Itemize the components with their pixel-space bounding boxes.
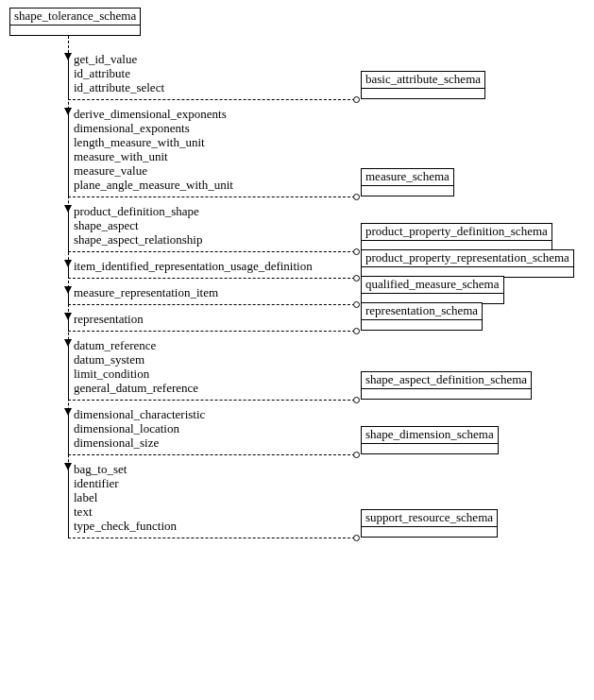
imported-item: length_measure_with_unit [74,136,233,150]
imported-item: measure_with_unit [74,150,233,164]
imported-item: dimensional_exponents [74,122,233,136]
target-schema-title: product_property_definition_schema [362,224,552,241]
connector-endpoint-circle [353,328,360,334]
connector-endpoint-circle [353,301,360,308]
target-schema-title: shape_dimension_schema [362,427,498,444]
imported-items-list: get_id_valueid_attributeid_attribute_sel… [74,53,164,95]
target-schema-title: basic_attribute_schema [362,72,484,89]
imported-item: type_check_function [74,520,177,534]
target-schema-box: product_property_definition_schema [361,223,552,251]
imported-items-list: derive_dimensional_exponentsdimensional_… [74,108,233,193]
dependency-arrow-shaft [68,211,69,251]
target-schema-title: qualified_measure_schema [362,277,503,294]
target-schema-title: measure_schema [362,169,453,186]
target-schema-box: shape_dimension_schema [361,426,499,454]
imported-items-list: dimensional_characteristicdimensional_lo… [74,408,205,451]
dependency-connector [68,454,355,455]
imported-item: get_id_value [74,53,164,67]
dependency-arrow-shaft [68,414,69,454]
dependency-connector [68,99,355,100]
imported-item: bag_to_set [74,463,177,477]
imported-item: shape_aspect_relationship [74,233,202,248]
imported-item: dimensional_characteristic [74,408,205,422]
dependency-connector [68,400,355,401]
imported-item: representation [74,313,144,327]
imported-items-list: product_definition_shapeshape_aspectshap… [74,205,202,248]
dependency-arrow-shaft [68,318,69,331]
target-schema-box: representation_schema [361,302,483,331]
target-schema-box: basic_attribute_schema [361,71,485,99]
imported-item: measure_value [74,164,233,179]
imported-item: shape_aspect [74,219,202,233]
target-schema-box: measure_schema [361,168,454,196]
dependency-connector [68,331,355,332]
imported-item: dimensional_location [74,422,205,436]
target-schema-title: support_resource_schema [362,510,497,527]
imported-item: item_identified_representation_usage_def… [74,260,313,274]
dependency-connector [68,196,355,197]
target-schema-title: shape_aspect_definition_schema [362,372,531,389]
dependency-connector [68,538,355,538]
imported-item: id_attribute_select [74,81,164,95]
dependency-connector [68,251,355,252]
dependency-arrow-shaft [68,59,69,99]
target-schema-box: support_resource_schema [361,509,498,538]
imported-items-list: datum_referencedatum_systemlimit_conditi… [74,339,198,396]
imported-items-list: measure_representation_item [74,286,218,300]
dependency-connector [68,278,355,279]
imported-item: text [74,505,177,520]
target-schema-title: product_property_representation_schema [362,250,573,267]
imported-items-list: item_identified_representation_usage_def… [74,260,313,274]
imported-item: datum_reference [74,339,198,353]
dependency-arrow-shaft [68,345,69,400]
imported-item: product_definition_shape [74,205,202,219]
target-schema-box: product_property_representation_schema [361,249,574,278]
connector-endpoint-circle [353,194,360,200]
imported-item: id_attribute [74,67,164,81]
dependency-arrow-shaft [68,113,69,196]
connector-endpoint-circle [353,397,360,403]
imported-item: measure_representation_item [74,286,218,300]
imported-item: dimensional_size [74,436,205,451]
imported-item: derive_dimensional_exponents [74,108,233,122]
dependency-connector [68,304,355,305]
imported-item: limit_condition [74,367,198,382]
root-schema-box: shape_tolerance_schema [9,8,141,36]
connector-endpoint-circle [353,248,360,255]
connector-endpoint-circle [353,275,360,282]
root-schema-title: shape_tolerance_schema [10,9,140,26]
connector-endpoint-circle [353,452,360,458]
imported-items-list: bag_to_setidentifierlabeltexttype_check_… [74,463,177,534]
imported-item: identifier [74,477,177,491]
diagram-canvas: shape_tolerance_schemaget_id_valueid_att… [0,0,594,700]
target-schema-box: qualified_measure_schema [361,276,504,304]
imported-item: general_datum_reference [74,382,198,396]
imported-item: datum_system [74,353,198,367]
imported-item: label [74,491,177,505]
connector-endpoint-circle [353,535,360,541]
target-schema-title: representation_schema [362,303,482,320]
imported-items-list: representation [74,313,144,327]
target-schema-box: shape_aspect_definition_schema [361,371,532,400]
connector-endpoint-circle [353,96,360,103]
dependency-arrow-shaft [68,265,69,278]
dependency-arrow-shaft [68,469,69,538]
dependency-arrow-shaft [68,292,69,304]
imported-item: plane_angle_measure_with_unit [74,179,233,193]
